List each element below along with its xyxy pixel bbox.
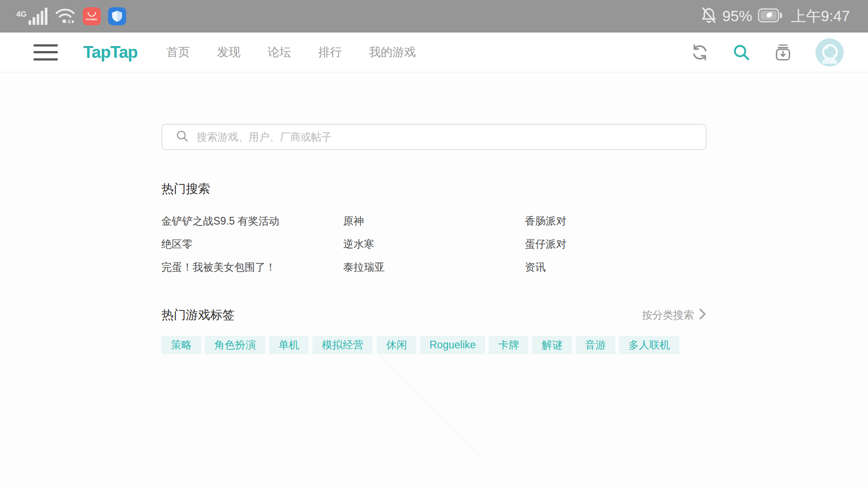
hot-search-item[interactable]: 金铲铲之战S9.5 有奖活动 [161,214,343,228]
hot-tags-list: 策略角色扮演单机模拟经营休闲Roguelike卡牌解谜音游多人联机 [161,336,707,354]
hot-search-item[interactable]: 资讯 [525,260,707,274]
search-page: 热门搜索 金铲铲之战S9.5 有奖活动原神香肠派对绝区零逆水寒蛋仔派对完蛋！我被… [161,124,707,354]
nav-actions [691,38,844,66]
search-icon[interactable] [732,43,750,61]
huawei-appgallery-icon: HUAWEI [83,7,101,25]
hot-tags-header: 热门游戏标签 按分类搜索 [161,307,707,323]
nav-bar: TapTap 首页发现论坛排行我的游戏 [0,33,868,72]
notifications-off-icon [701,7,717,26]
refresh-icon[interactable] [691,43,709,61]
search-by-category-link[interactable]: 按分类搜索 [642,308,707,322]
menu-icon[interactable] [33,44,58,61]
network-type-label: 4G [16,10,27,18]
shield-icon [108,7,126,25]
chevron-right-icon [698,308,707,322]
appgallery-smile-shape [88,12,96,17]
status-bar-right: 95% 上午9:47 [701,6,850,27]
taptap-logo[interactable]: TapTap [83,43,137,62]
nav-item[interactable]: 排行 [318,44,342,60]
hot-search-item[interactable]: 泰拉瑞亚 [343,260,525,274]
faint-watermark [378,354,485,460]
screen: 4G 4 HUAWEI [0,0,868,488]
signal-strength-bars [28,8,47,25]
hot-tags-title: 热门游戏标签 [161,307,235,323]
avatar[interactable] [816,38,844,66]
hot-search-title: 热门搜索 [161,181,707,197]
search-input[interactable] [197,131,697,143]
wifi-icon: 4 [55,6,75,26]
search-box [161,124,707,150]
battery-saver-icon [758,8,783,25]
clock-label: 上午9:47 [791,6,850,27]
appgallery-label: HUAWEI [86,18,98,21]
nav-item[interactable]: 我的游戏 [369,44,416,60]
nav-item[interactable]: 论坛 [268,44,291,60]
hot-search-item[interactable]: 逆水寒 [343,237,525,251]
hot-search-item[interactable]: 绝区零 [161,237,343,251]
hot-search-item[interactable]: 蛋仔派对 [525,237,707,251]
primary-nav: 首页发现论坛排行我的游戏 [166,44,416,60]
nav-item[interactable]: 发现 [217,44,241,60]
nav-item[interactable]: 首页 [166,44,190,60]
game-tag-pill[interactable]: 解谜 [532,336,572,354]
status-bar-left: 4G 4 HUAWEI [16,6,126,26]
search-by-category-label: 按分类搜索 [642,308,694,322]
battery-percent-label: 95% [722,8,752,25]
game-tag-pill[interactable]: 卡牌 [489,336,528,354]
hot-search-item[interactable]: 香肠派对 [525,214,707,228]
game-tag-pill[interactable]: Roguelike [420,336,485,354]
game-tag-pill[interactable]: 多人联机 [619,336,679,354]
svg-text:4: 4 [67,18,71,24]
game-tag-pill[interactable]: 单机 [269,336,309,354]
download-manager-icon[interactable] [774,43,792,61]
search-input-icon [176,130,189,144]
game-tag-pill[interactable]: 模拟经营 [312,336,373,354]
hot-search-item[interactable]: 完蛋！我被美女包围了！ [161,260,343,274]
game-tag-pill[interactable]: 休闲 [377,336,416,354]
game-tag-pill[interactable]: 策略 [161,336,201,354]
game-tag-pill[interactable]: 角色扮演 [205,336,265,354]
signal-bars-icon: 4G [16,8,47,25]
game-tag-pill[interactable]: 音游 [576,336,615,354]
status-bar: 4G 4 HUAWEI [0,0,868,33]
hot-search-item[interactable]: 原神 [343,214,525,228]
hot-search-list: 金铲铲之战S9.5 有奖活动原神香肠派对绝区零逆水寒蛋仔派对完蛋！我被美女包围了… [161,210,707,279]
